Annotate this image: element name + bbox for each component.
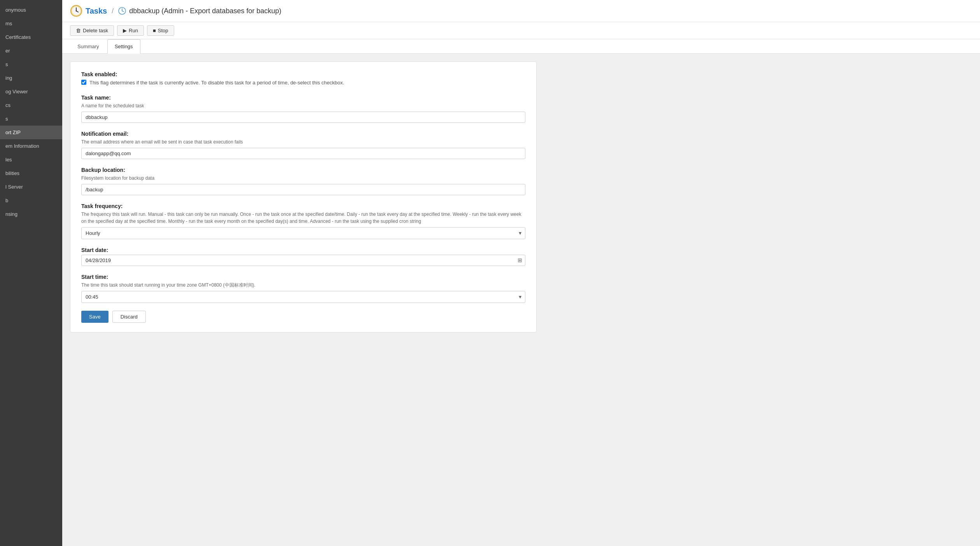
tab-bar: Summary Settings bbox=[62, 39, 980, 54]
main-content: Tasks / dbbackup (Admin - Export databas… bbox=[62, 0, 980, 546]
notification-email-field: Notification email: The email address wh… bbox=[81, 131, 525, 159]
stop-icon: ■ bbox=[153, 28, 156, 33]
task-frequency-wrapper: Manual Once Daily Hourly Weekly Monthly … bbox=[81, 227, 525, 239]
tasks-link[interactable]: Tasks bbox=[86, 7, 107, 16]
sidebar-item-er[interactable]: er bbox=[0, 44, 62, 58]
task-frequency-label: Task frequency: bbox=[81, 203, 525, 209]
stop-button[interactable]: ■ Stop bbox=[147, 25, 174, 36]
sidebar-item-server[interactable]: l Server bbox=[0, 180, 62, 194]
sidebar-item-s1[interactable]: s bbox=[0, 58, 62, 71]
notification-email-label: Notification email: bbox=[81, 131, 525, 137]
play-icon: ▶ bbox=[123, 28, 127, 33]
sidebar-item-anonymous[interactable]: onymous bbox=[0, 3, 62, 17]
sidebar-item-les[interactable]: les bbox=[0, 153, 62, 166]
notification-email-input[interactable] bbox=[81, 148, 525, 159]
task-enabled-label: Task enabled: bbox=[81, 71, 525, 77]
task-enabled-description: This flag determines if the task is curr… bbox=[89, 79, 344, 87]
tasks-clock-icon bbox=[70, 5, 82, 17]
task-frequency-select[interactable]: Manual Once Daily Hourly Weekly Monthly … bbox=[81, 227, 525, 239]
delete-task-label: Delete task bbox=[83, 28, 108, 33]
start-date-label: Start date: bbox=[81, 247, 525, 253]
sidebar-item-certificates[interactable]: Certificates bbox=[0, 30, 62, 44]
task-name-label: Task name: bbox=[81, 94, 525, 101]
trash-icon: 🗑 bbox=[76, 28, 81, 33]
sidebar-item-b[interactable]: b bbox=[0, 194, 62, 207]
task-name-description: A name for the scheduled task bbox=[81, 102, 525, 109]
delete-task-button[interactable]: 🗑 Delete task bbox=[70, 25, 114, 36]
start-time-label: Start time: bbox=[81, 274, 525, 280]
stop-label: Stop bbox=[158, 28, 168, 33]
task-enabled-field: Task enabled: This flag determines if th… bbox=[81, 71, 525, 87]
task-frequency-description: The frequency this task will run. Manual… bbox=[81, 211, 525, 225]
task-enabled-checkbox[interactable] bbox=[81, 80, 86, 85]
sidebar-item-ms[interactable]: ms bbox=[0, 17, 62, 30]
sidebar-item-nsing[interactable]: nsing bbox=[0, 207, 62, 221]
tab-settings[interactable]: Settings bbox=[107, 39, 140, 54]
toolbar: 🗑 Delete task ▶ Run ■ Stop bbox=[62, 22, 980, 39]
breadcrumb-separator: / bbox=[112, 7, 114, 15]
task-name-input[interactable] bbox=[81, 112, 525, 123]
sidebar-item-em-info[interactable]: em Information bbox=[0, 139, 62, 153]
start-date-wrapper: ⊞ bbox=[81, 255, 525, 266]
start-date-input[interactable] bbox=[81, 255, 525, 266]
backup-location-input[interactable] bbox=[81, 184, 525, 195]
start-time-description: The time this task should start running … bbox=[81, 282, 525, 289]
backup-location-description: Filesystem location for backup data bbox=[81, 175, 525, 182]
sidebar-item-export-zip[interactable]: ort ZIP bbox=[0, 126, 62, 139]
svg-point-4 bbox=[76, 10, 77, 12]
sidebar-item-cs[interactable]: cs bbox=[0, 98, 62, 112]
start-time-select[interactable]: 00:00 00:15 00:30 00:45 01:00 bbox=[81, 291, 525, 303]
run-button[interactable]: ▶ Run bbox=[117, 25, 144, 36]
discard-button[interactable]: Discard bbox=[112, 311, 146, 323]
save-button[interactable]: Save bbox=[81, 311, 108, 323]
task-clock-icon bbox=[118, 7, 126, 15]
sidebar-item-bilities[interactable]: bilities bbox=[0, 166, 62, 180]
sidebar-item-ing[interactable]: ing bbox=[0, 71, 62, 85]
page-title: dbbackup (Admin - Export databases for b… bbox=[129, 7, 281, 15]
task-frequency-field: Task frequency: The frequency this task … bbox=[81, 203, 525, 239]
start-time-wrapper: 00:00 00:15 00:30 00:45 01:00 bbox=[81, 291, 525, 303]
backup-location-field: Backup location: Filesystem location for… bbox=[81, 167, 525, 195]
action-buttons: Save Discard bbox=[81, 311, 525, 323]
page-header: Tasks / dbbackup (Admin - Export databas… bbox=[62, 0, 980, 22]
settings-content: Task enabled: This flag determines if th… bbox=[62, 54, 980, 340]
start-date-field: Start date: ⊞ bbox=[81, 247, 525, 266]
run-label: Run bbox=[129, 28, 138, 33]
sidebar-item-s2[interactable]: s bbox=[0, 112, 62, 126]
tab-summary[interactable]: Summary bbox=[70, 39, 107, 54]
calendar-icon[interactable]: ⊞ bbox=[518, 257, 522, 263]
task-name-field: Task name: A name for the scheduled task bbox=[81, 94, 525, 123]
start-time-field: Start time: The time this task should st… bbox=[81, 274, 525, 303]
notification-email-description: The email address where an email will be… bbox=[81, 138, 525, 145]
settings-form: Task enabled: This flag determines if th… bbox=[70, 61, 537, 332]
sidebar-item-log-viewer[interactable]: og Viewer bbox=[0, 85, 62, 98]
backup-location-label: Backup location: bbox=[81, 167, 525, 173]
sidebar: onymous ms Certificates er s ing og View… bbox=[0, 0, 62, 546]
